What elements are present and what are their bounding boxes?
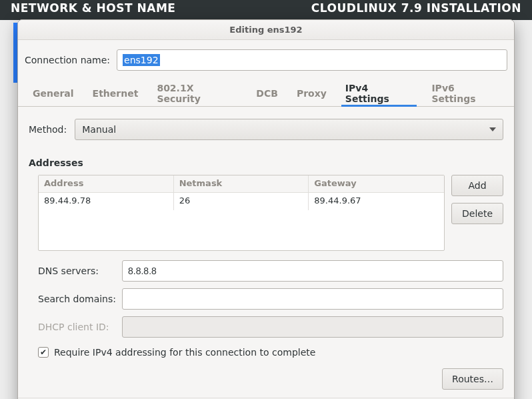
nm-connection-editor-dialog: Editing ens192 Connection name: ens192 G… <box>17 19 515 399</box>
method-label: Method: <box>29 124 67 135</box>
search-domains-input[interactable] <box>122 288 503 310</box>
add-button[interactable]: Add <box>451 175 503 196</box>
addresses-label: Addresses <box>29 157 503 168</box>
dialog-title: Editing ens192 <box>18 20 514 40</box>
delete-button[interactable]: Delete <box>451 203 503 224</box>
connection-name-value-selected: ens192 <box>123 54 160 66</box>
cell-address[interactable]: 89.44.9.78 <box>39 193 174 210</box>
tab-ipv6-settings[interactable]: IPv6 Settings <box>431 80 499 106</box>
tab-general[interactable]: General <box>33 80 74 106</box>
cell-netmask[interactable]: 26 <box>174 193 309 210</box>
tab-proxy[interactable]: Proxy <box>297 80 327 106</box>
routes-button[interactable]: Routes… <box>442 368 503 390</box>
addresses-table[interactable]: Address Netmask Gateway 89.44.9.78 26 89… <box>38 175 445 251</box>
col-netmask: Netmask <box>174 175 309 192</box>
connection-name-input[interactable]: ens192 <box>117 49 507 71</box>
ipv4-settings-page: Method: Manual Addresses Address Netmask… <box>18 107 514 398</box>
dns-servers-input[interactable] <box>122 260 503 282</box>
installer-topbar: NETWORK & HOST NAME CLOUDLINUX 7.9 INSTA… <box>0 0 532 20</box>
spoke-title: NETWORK & HOST NAME <box>11 1 175 15</box>
chevron-down-icon <box>489 127 496 131</box>
table-row[interactable]: 89.44.9.78 26 89.44.9.67 <box>39 193 444 210</box>
cell-gateway[interactable]: 89.44.9.67 <box>309 193 444 210</box>
col-gateway: Gateway <box>309 175 444 192</box>
tab-ethernet[interactable]: Ethernet <box>93 80 139 106</box>
dhcp-client-id-label: DHCP client ID: <box>38 322 117 332</box>
addresses-header: Address Netmask Gateway <box>39 175 444 193</box>
tab-ipv4-settings[interactable]: IPv4 Settings <box>345 80 413 106</box>
require-ipv4-label: Require IPv4 addressing for this connect… <box>54 347 315 358</box>
method-combobox[interactable]: Manual <box>75 119 503 140</box>
dhcp-client-id-input <box>122 316 503 338</box>
dns-servers-label: DNS servers: <box>38 266 117 276</box>
search-domains-label: Search domains: <box>38 294 117 304</box>
tab-8021x-security[interactable]: 802.1X Security <box>157 80 237 106</box>
tab-dcb[interactable]: DCB <box>256 80 278 106</box>
method-value: Manual <box>82 124 116 135</box>
require-ipv4-checkbox[interactable] <box>38 347 49 358</box>
col-address: Address <box>39 175 174 192</box>
product-title: CLOUDLINUX 7.9 INSTALLATION <box>311 1 521 15</box>
tab-strip: General Ethernet 802.1X Security DCB Pro… <box>18 80 514 107</box>
connection-name-label: Connection name: <box>25 55 110 65</box>
